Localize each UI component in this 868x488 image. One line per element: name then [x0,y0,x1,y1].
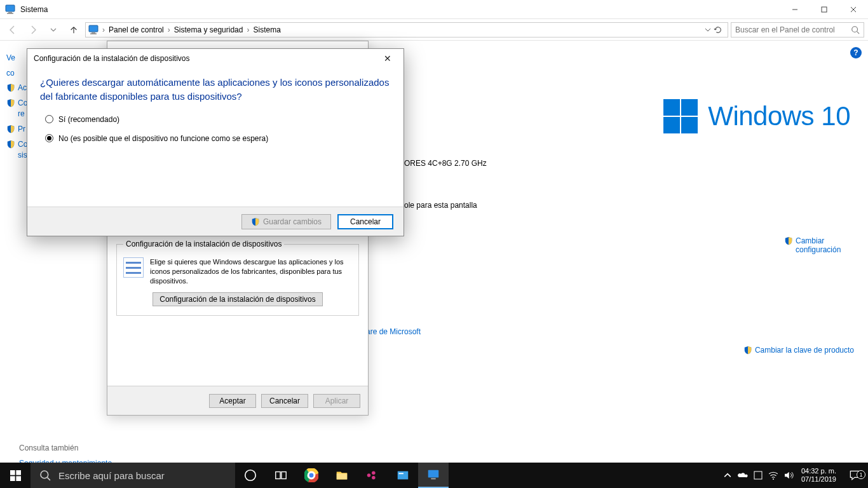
shield-icon [784,236,793,245]
recent-button[interactable] [44,21,62,39]
shield-icon [251,217,260,226]
system-tray: 04:32 p. m. 07/11/2019 1 [720,463,868,488]
display-text-peek: ole para esta pantalla [404,201,477,210]
fieldset-legend: Configuración de la instalación de dispo… [123,240,284,248]
svg-point-32 [773,478,774,480]
maximize-button[interactable] [810,0,839,19]
title-bar: Sistema [0,0,868,19]
processor-text-peek: ORES 4C+8G 2.70 GHz [404,159,487,168]
svg-rect-29 [428,470,439,478]
sysprops-footer: Aceptar Cancelar Aplicar [107,386,368,415]
svg-point-24 [367,473,371,477]
windows-logo-text: Windows 10 [708,101,850,132]
close-button[interactable] [839,0,868,19]
device-install-modal: Configuración de la instalación de dispo… [27,48,404,236]
windows-tiles-icon [663,99,698,133]
shield-icon [743,346,752,355]
svg-rect-30 [431,478,435,480]
breadcrumb-item[interactable]: Sistema y seguridad [174,25,243,34]
monitor-icon [88,25,98,35]
device-install-fieldset: Configuración de la instalación de dispo… [116,240,359,316]
windows-logo: Windows 10 [663,99,850,133]
sidebar-text: sis [18,151,27,161]
list-icon [123,257,144,278]
svg-rect-28 [399,473,403,474]
cancel-button[interactable]: Cancelar [261,394,308,408]
address-bar[interactable]: › Panel de control › Sistema y seguridad… [85,22,728,37]
tray-wifi-icon[interactable] [766,470,781,481]
fieldset-description: Elige si quieres que Windows descargue l… [150,257,352,286]
windows-icon [10,470,21,481]
file-explorer-taskbar-icon[interactable] [327,463,357,488]
forward-button[interactable] [24,21,42,39]
modal-close-button[interactable]: ✕ [378,53,397,64]
shield-icon [6,83,15,92]
start-button[interactable] [0,463,31,488]
svg-rect-11 [10,476,15,481]
svg-rect-16 [276,472,280,479]
radio-label: Sí (recomendado) [58,115,119,124]
apply-button: Aplicar [313,394,360,408]
task-view-button[interactable] [266,463,296,488]
taskbar-search[interactable]: Escribe aquí para buscar [31,463,235,488]
sidebar-text: Pr [18,125,25,135]
svg-rect-31 [754,471,762,479]
clock-time: 04:32 p. m. [801,467,836,475]
modal-title: Configuración de la instalación de dispo… [34,54,378,63]
control-panel-taskbar-icon[interactable] [418,463,449,488]
ms-terms-link-peek[interactable]: are de Microsoft [366,327,421,336]
breadcrumb-item[interactable]: Sistema [253,25,280,34]
see-also-header: Consulta también [19,444,112,452]
navigation-bar: › Panel de control › Sistema y seguridad… [0,19,868,41]
cancel-button[interactable]: Cancelar [337,214,393,229]
tray-chevron-up-icon[interactable] [720,471,735,479]
sidebar-text: re [18,109,25,119]
svg-rect-27 [398,471,409,480]
shield-icon [6,98,15,107]
ok-button[interactable]: Aceptar [209,394,256,408]
tray-onedrive-icon[interactable] [735,470,750,481]
search-placeholder: Buscar en el Panel de control [735,25,851,34]
svg-rect-10 [16,470,21,475]
up-button[interactable] [65,21,83,39]
svg-point-25 [372,471,376,475]
search-icon [39,470,51,481]
sidebar-text: Ac [18,83,27,93]
action-center-button[interactable]: 1 [841,469,868,482]
minimize-button[interactable] [780,0,810,19]
control-panel-body: ? Ve co Ac Co re Pr Co sis Windows 10 Ca… [0,41,868,471]
breadcrumb-item[interactable]: Panel de control [109,25,164,34]
sidebar-text: Ve [6,53,15,64]
refresh-icon[interactable] [714,25,722,34]
back-button[interactable] [4,21,22,39]
chrome-taskbar-icon[interactable] [296,463,327,488]
change-config-link[interactable]: Cambiar configuración [784,236,846,254]
help-icon[interactable]: ? [850,47,862,58]
taskbar: Escribe aquí para buscar 04:32 p. m. 07/… [0,463,868,488]
dropdown-icon[interactable] [705,27,711,33]
chevron-right-icon: › [168,25,170,34]
app-taskbar-icon[interactable] [357,463,388,488]
sidebar-peek: Ve co Ac Co re Pr Co sis [6,53,29,166]
tray-app-icon[interactable] [750,470,766,480]
radio-label: No (es posible que el dispositivo no fun… [58,134,268,143]
svg-point-22 [309,473,314,478]
save-changes-button: Guardar cambios [241,214,331,229]
svg-line-8 [857,31,860,34]
change-product-key-link[interactable]: Cambiar la clave de producto [743,346,854,355]
app-taskbar-icon-2[interactable] [388,463,418,488]
taskbar-clock[interactable]: 04:32 p. m. 07/11/2019 [796,467,841,484]
notification-badge: 1 [857,470,865,479]
device-install-settings-button[interactable]: Configuración de la instalación de dispo… [153,292,322,306]
window-title: Sistema [20,5,780,14]
radio-icon-selected [45,134,53,142]
svg-rect-12 [16,476,21,481]
search-input[interactable]: Buscar en el Panel de control [731,22,864,37]
tray-volume-icon[interactable] [781,470,796,481]
cortana-button[interactable] [235,463,266,488]
radio-option-no[interactable]: No (es posible que el dispositivo no fun… [45,134,386,143]
radio-option-yes[interactable]: Sí (recomendado) [45,115,386,124]
radio-icon [45,115,53,123]
shield-icon [6,140,15,149]
svg-point-7 [852,26,858,32]
